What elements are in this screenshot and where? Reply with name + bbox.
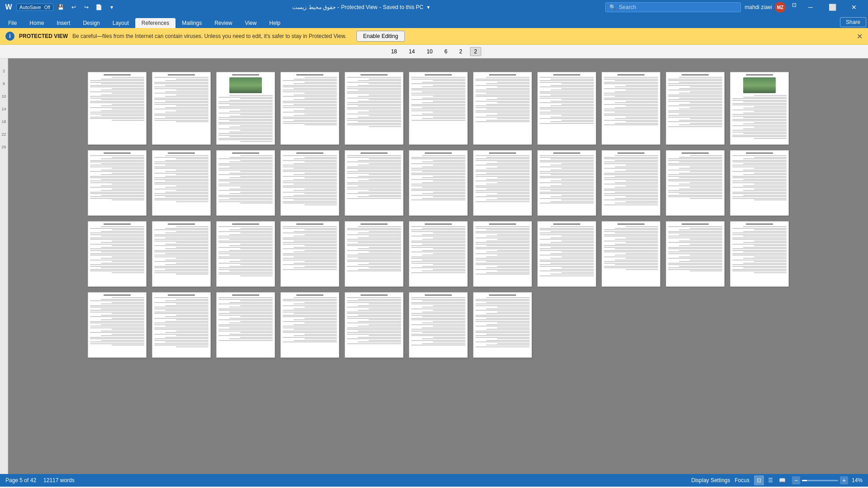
search-icon: 🔍 (609, 4, 616, 10)
page-num-6[interactable]: 6 (441, 47, 452, 56)
page-thumb[interactable] (152, 150, 211, 216)
share-button[interactable]: Share (840, 17, 866, 27)
page-thumb[interactable] (602, 150, 660, 216)
page-num-2[interactable]: 2 (455, 47, 466, 56)
tab-design[interactable]: Design (76, 18, 106, 28)
zoom-controls: − + 14% (792, 476, 863, 484)
page-thumb[interactable] (152, 72, 211, 145)
customize-btn[interactable]: ▾ (107, 2, 117, 12)
page-thumb[interactable] (409, 292, 468, 358)
page-thumb[interactable] (730, 72, 789, 145)
page-thumb[interactable] (409, 221, 468, 287)
page-num-10[interactable]: 10 (422, 47, 436, 56)
page-thumb[interactable] (473, 221, 532, 287)
tab-layout[interactable]: Layout (106, 18, 135, 28)
page-thumb[interactable] (537, 221, 596, 287)
page-thumb-content (88, 293, 146, 348)
page-thumb[interactable] (216, 150, 275, 216)
ribbon-display-btn[interactable]: ⊡ (789, 0, 799, 10)
zoom-out-btn[interactable]: − (792, 476, 800, 484)
page-thumb[interactable] (473, 150, 532, 216)
page-thumb[interactable] (666, 150, 725, 216)
save-quick-btn[interactable]: 💾 (56, 2, 66, 12)
restore-btn[interactable]: ⬜ (822, 0, 843, 14)
protected-icon: i (5, 32, 14, 41)
zoom-in-btn[interactable]: + (840, 476, 848, 484)
tab-view[interactable]: View (239, 18, 263, 28)
page-thumb[interactable] (152, 292, 211, 358)
word-count: 12117 words (43, 477, 75, 483)
tab-home[interactable]: Home (23, 18, 50, 28)
search-box[interactable]: 🔍 (605, 2, 741, 12)
zoom-slider[interactable] (802, 480, 838, 481)
page-thumb-content (409, 72, 467, 123)
page-thumb[interactable] (216, 292, 275, 358)
tab-insert[interactable]: Insert (50, 18, 76, 28)
page-thumb[interactable] (280, 221, 339, 287)
tab-file[interactable]: File (2, 18, 23, 28)
page-thumb[interactable] (666, 221, 725, 287)
close-btn[interactable]: ✕ (844, 0, 864, 14)
page-thumb[interactable] (730, 221, 789, 287)
page-thumb[interactable] (88, 72, 147, 145)
page-thumb[interactable] (152, 221, 211, 287)
page-thumb[interactable] (602, 221, 660, 287)
minimize-btn[interactable]: ─ (800, 0, 821, 14)
banner-close-button[interactable]: ✕ (857, 32, 863, 41)
page-thumb[interactable] (280, 292, 339, 358)
page-thumb[interactable] (88, 221, 147, 287)
page-thumb[interactable] (216, 221, 275, 287)
dropdown-arrow[interactable]: ▾ (427, 4, 430, 10)
enable-editing-button[interactable]: Enable Editing (356, 31, 405, 42)
ruler-mark-18: 18 (0, 111, 8, 124)
page-thumb-content (538, 222, 596, 279)
ruler-mark-26: 26 (0, 137, 8, 149)
tab-mailings[interactable]: Mailings (175, 18, 208, 28)
page-thumb[interactable] (537, 72, 596, 145)
page-thumb[interactable] (473, 292, 532, 358)
page-thumb[interactable] (88, 292, 147, 358)
page-thumb[interactable] (345, 72, 403, 145)
undo-btn[interactable]: ↩ (69, 2, 79, 12)
search-input[interactable] (619, 4, 737, 10)
page-thumb-content (281, 72, 339, 128)
tab-references[interactable]: References (135, 18, 175, 28)
word-icon: W (4, 2, 14, 12)
web-layout-btn[interactable]: ☰ (766, 475, 776, 485)
page-thumb[interactable] (280, 150, 339, 216)
page-thumb[interactable] (216, 72, 275, 145)
autosave-badge[interactable]: AutoSave Off (16, 4, 53, 11)
page-thumb[interactable] (409, 72, 468, 145)
page-thumb[interactable] (537, 150, 596, 216)
print-layout-btn[interactable]: ⊡ (754, 475, 764, 485)
view-mode: Protected View (341, 4, 378, 10)
page-image (229, 77, 262, 93)
status-bar: Page 5 of 42 12117 words Display Setting… (0, 474, 868, 487)
tab-help[interactable]: Help (263, 18, 287, 28)
read-mode-btn[interactable]: 📖 (778, 475, 787, 485)
title-separator2: - (379, 4, 381, 10)
page-thumb[interactable] (473, 72, 532, 145)
page-thumb[interactable] (345, 292, 403, 358)
left-ruler: 2 6 10 14 18 22 26 (0, 58, 8, 474)
focus-btn[interactable]: Focus (735, 477, 749, 483)
page-num-18[interactable]: 18 (387, 47, 401, 56)
page-thumb[interactable] (88, 150, 147, 216)
display-settings-btn[interactable]: Display Settings (691, 477, 730, 483)
page-thumb[interactable] (666, 72, 725, 145)
page-thumb-content (409, 222, 467, 275)
page-thumb-content (345, 151, 403, 201)
redo-btn[interactable]: ↪ (81, 2, 91, 12)
page-thumb[interactable] (345, 150, 403, 216)
tab-review[interactable]: Review (208, 18, 238, 28)
user-avatar[interactable]: MZ (775, 2, 786, 13)
page-thumb[interactable] (602, 72, 660, 145)
document-area[interactable] (8, 58, 868, 474)
page-thumb[interactable] (409, 150, 468, 216)
page-thumb[interactable] (345, 221, 403, 287)
page-num-14[interactable]: 14 (405, 47, 419, 56)
page-thumb[interactable] (730, 150, 789, 216)
page-thumb[interactable] (280, 72, 339, 145)
new-doc-btn[interactable]: 📄 (94, 2, 104, 12)
page-num-2-active[interactable]: 2 (470, 47, 481, 56)
